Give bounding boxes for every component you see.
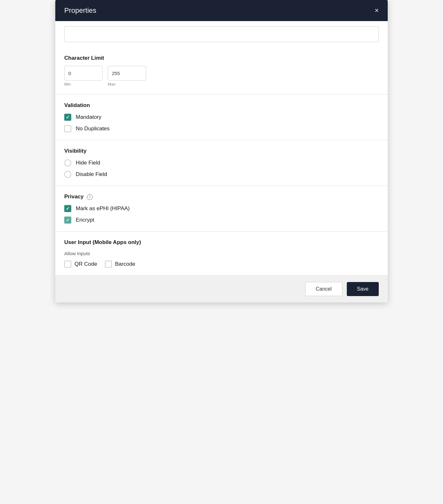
max-input[interactable] — [108, 66, 146, 80]
min-label: Min — [64, 82, 103, 87]
hide-field-row: Hide Field — [64, 159, 379, 166]
privacy-title: Privacy i — [64, 194, 379, 200]
modal-title: Properties — [64, 6, 96, 15]
mandatory-checkbox[interactable]: ✓ — [64, 114, 71, 121]
encrypt-checkmark: ✓ — [66, 218, 70, 222]
min-group: Min — [64, 66, 103, 87]
ephi-checkmark: ✓ — [66, 206, 70, 211]
cancel-button[interactable]: Cancel — [305, 282, 342, 296]
mandatory-label: Mandatory — [76, 114, 101, 120]
user-input-title: User Input (Mobile Apps only) — [64, 239, 379, 246]
min-input[interactable] — [64, 66, 103, 80]
visibility-title: Visibility — [64, 148, 379, 154]
privacy-info-icon[interactable]: i — [87, 194, 93, 200]
validation-section: Validation ✓ Mandatory No Duplicates — [55, 94, 388, 140]
hide-field-radio[interactable] — [64, 159, 71, 166]
disable-field-row: Disable Field — [64, 171, 379, 178]
allow-inputs-label: Allow Inputs — [64, 251, 379, 256]
ephi-checkbox[interactable]: ✓ — [64, 205, 71, 212]
encrypt-row: ✓ Encrypt — [64, 217, 379, 224]
modal-footer: Cancel Save — [55, 275, 388, 302]
max-label: Max — [108, 82, 146, 87]
validation-title: Validation — [64, 102, 379, 109]
barcode-option: Barcode — [105, 261, 135, 268]
barcode-label: Barcode — [115, 261, 135, 267]
top-input-box[interactable] — [64, 26, 379, 42]
qr-code-checkbox[interactable] — [64, 261, 71, 268]
no-duplicates-label: No Duplicates — [76, 126, 110, 132]
save-button[interactable]: Save — [347, 282, 379, 296]
character-limit-label: Character Limit — [64, 55, 379, 61]
barcode-checkbox[interactable] — [105, 261, 112, 268]
modal-body: Character Limit Min Max Validation ✓ Man… — [55, 21, 388, 275]
properties-modal: Properties × Character Limit Min Max — [55, 0, 388, 302]
visibility-section: Visibility Hide Field Disable Field — [55, 140, 388, 186]
user-input-section: User Input (Mobile Apps only) Allow Inpu… — [55, 231, 388, 275]
encrypt-checkbox[interactable]: ✓ — [64, 217, 71, 224]
character-limit-section: Character Limit Min Max — [55, 49, 388, 94]
top-input-area — [55, 21, 388, 49]
disable-field-label: Disable Field — [76, 171, 107, 178]
hide-field-label: Hide Field — [76, 160, 100, 166]
encrypt-label: Encrypt — [76, 217, 94, 223]
input-options-row: QR Code Barcode — [64, 261, 379, 268]
qr-code-option: QR Code — [64, 261, 97, 268]
no-duplicates-row: No Duplicates — [64, 125, 379, 132]
mandatory-checkmark: ✓ — [66, 115, 70, 119]
close-button[interactable]: × — [375, 7, 379, 14]
max-group: Max — [108, 66, 146, 87]
disable-field-radio[interactable] — [64, 171, 71, 178]
ephi-label: Mark as ePHI (HIPAA) — [76, 205, 130, 212]
modal-header: Properties × — [55, 0, 388, 21]
character-limit-inputs: Min Max — [64, 66, 379, 87]
mandatory-row: ✓ Mandatory — [64, 114, 379, 121]
ephi-row: ✓ Mark as ePHI (HIPAA) — [64, 205, 379, 212]
no-duplicates-checkbox[interactable] — [64, 125, 71, 132]
privacy-section: Privacy i ✓ Mark as ePHI (HIPAA) ✓ Encry… — [55, 186, 388, 231]
qr-code-label: QR Code — [74, 261, 97, 267]
